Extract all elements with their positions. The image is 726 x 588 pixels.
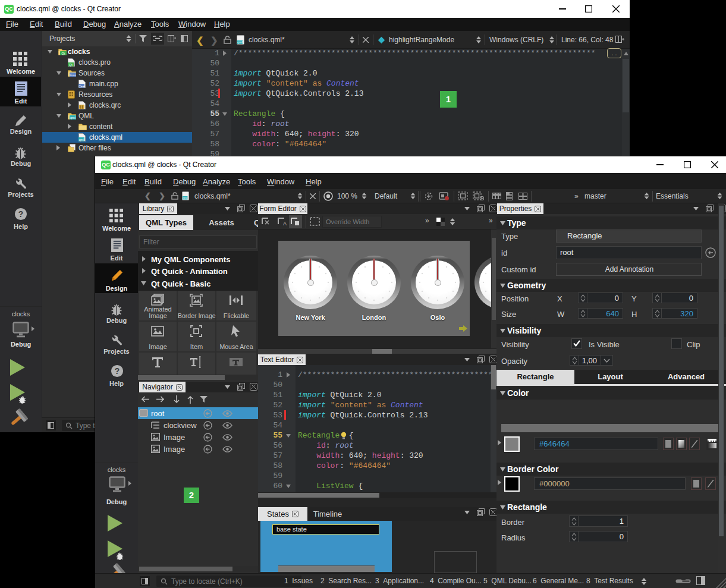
svg-text:qml: qml [70, 116, 76, 120]
svg-text:?: ? [18, 210, 23, 219]
svg-text:qml: qml [183, 196, 187, 200]
svg-text:qml: qml [237, 40, 243, 44]
svg-text:Qt: Qt [62, 52, 65, 55]
svg-text:?: ? [115, 367, 120, 376]
svg-text:C++: C++ [78, 84, 84, 88]
svg-text:A: A [283, 221, 287, 226]
svg-text:C++: C++ [70, 73, 76, 77]
svg-text:Qt: Qt [69, 63, 73, 67]
svg-text:qml: qml [79, 138, 84, 142]
